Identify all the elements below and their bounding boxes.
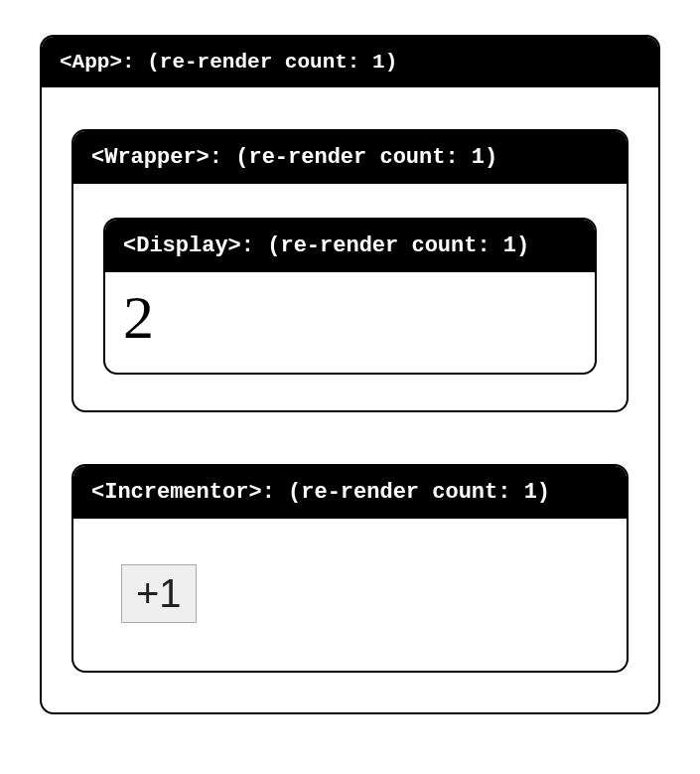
increment-button[interactable]: +1: [121, 564, 197, 623]
display-panel-header: <Display>: (re-render count: 1): [105, 220, 595, 272]
wrapper-panel-header: <Wrapper>: (re-render count: 1): [73, 131, 627, 184]
app-panel: <App>: (re-render count: 1) <Wrapper>: (…: [40, 35, 660, 714]
display-panel-body: 2: [105, 272, 595, 373]
incrementor-panel-header: <Incrementor>: (re-render count: 1): [73, 466, 627, 519]
wrapper-panel: <Wrapper>: (re-render count: 1) <Display…: [71, 129, 629, 412]
app-panel-body: <Wrapper>: (re-render count: 1) <Display…: [42, 87, 658, 712]
display-panel: <Display>: (re-render count: 1) 2: [103, 218, 597, 375]
incrementor-panel-body: +1: [73, 519, 627, 671]
wrapper-panel-body: <Display>: (re-render count: 1) 2: [73, 184, 627, 410]
display-value: 2: [123, 282, 577, 353]
app-panel-header: <App>: (re-render count: 1): [42, 37, 658, 87]
incrementor-panel: <Incrementor>: (re-render count: 1) +1: [71, 464, 629, 673]
